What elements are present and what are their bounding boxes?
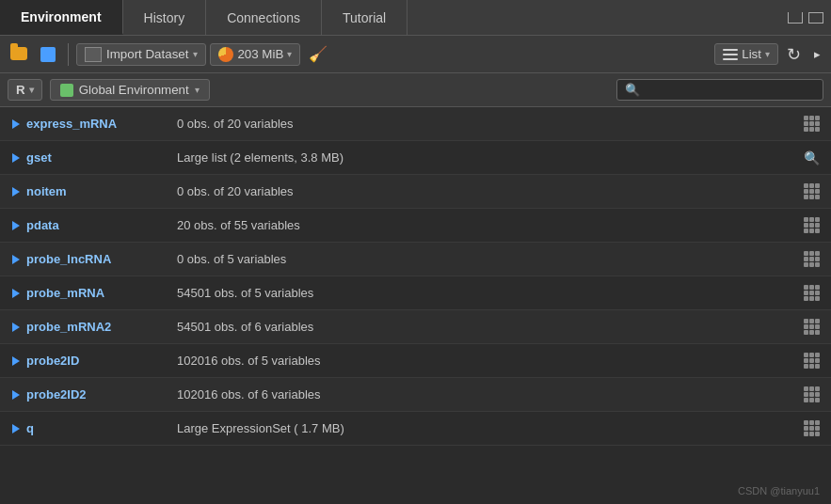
- global-env-button[interactable]: Global Environment ▾: [50, 79, 210, 101]
- var-action[interactable]: [797, 420, 825, 436]
- import-chevron-icon: ▾: [193, 49, 198, 59]
- env-chevron-icon: ▾: [195, 85, 200, 95]
- var-action[interactable]: [797, 251, 825, 267]
- search-icon: 🔍: [625, 83, 640, 97]
- broom-icon: 🧹: [309, 45, 328, 63]
- var-desc: 54501 obs. of 6 variables: [177, 320, 797, 334]
- table-row: gsetLarge list (2 elements, 3.8 MB)🔍: [0, 141, 831, 175]
- table-row: noitem0 obs. of 20 variables: [0, 175, 831, 209]
- window-controls: [780, 0, 831, 35]
- var-name: probe_mRNA2: [26, 320, 177, 334]
- expand-arrow-icon[interactable]: [12, 153, 20, 163]
- watermark: CSDN @tianyuu1: [738, 485, 820, 496]
- expand-col: [6, 153, 26, 163]
- table-row: probe2ID102016 obs. of 5 variables: [0, 344, 831, 378]
- expand-arrow-icon[interactable]: [12, 289, 20, 298]
- tab-tutorial[interactable]: Tutorial: [322, 0, 408, 35]
- var-name: probe_lncRNA: [26, 252, 177, 266]
- var-name: q: [26, 421, 177, 435]
- expand-arrow-icon[interactable]: [12, 119, 20, 129]
- expand-col: [6, 424, 26, 433]
- expand-col: [6, 356, 26, 366]
- list-view-button[interactable]: List ▾: [714, 43, 778, 65]
- tab-connections[interactable]: Connections: [206, 0, 322, 35]
- env-cube-icon: [60, 84, 73, 97]
- more-icon: ▸: [814, 47, 821, 61]
- grid-view-icon[interactable]: [804, 183, 820, 199]
- table-row: qLarge ExpressionSet ( 1.7 MB): [0, 412, 831, 446]
- tab-history[interactable]: History: [123, 0, 207, 35]
- expand-arrow-icon[interactable]: [12, 424, 20, 433]
- expand-col: [6, 187, 26, 197]
- var-action[interactable]: [797, 319, 825, 335]
- r-chevron-icon: ▾: [29, 85, 34, 95]
- memory-button[interactable]: 203 MiB ▾: [210, 43, 300, 66]
- expand-arrow-icon[interactable]: [12, 356, 20, 366]
- search-box[interactable]: 🔍: [616, 79, 823, 101]
- grid-view-icon[interactable]: [804, 386, 820, 402]
- var-action[interactable]: [797, 183, 825, 199]
- var-desc: 102016 obs. of 5 variables: [177, 354, 797, 368]
- var-name: noitem: [26, 184, 177, 198]
- var-name: probe2ID: [26, 354, 177, 368]
- more-button[interactable]: ▸: [809, 44, 825, 64]
- list-chevron-icon: ▾: [765, 49, 770, 59]
- expand-col: [6, 390, 26, 400]
- clear-button[interactable]: 🧹: [304, 42, 332, 66]
- var-desc: 54501 obs. of 5 variables: [177, 286, 797, 300]
- hamburger-icon: [723, 49, 738, 60]
- grid-view-icon[interactable]: [804, 285, 820, 301]
- refresh-icon: ↻: [787, 44, 801, 65]
- var-desc: Large list (2 elements, 3.8 MB): [177, 150, 797, 165]
- env-bar: R ▾ Global Environment ▾ 🔍: [0, 73, 831, 107]
- table-row: probe2ID2102016 obs. of 6 variables: [0, 378, 831, 412]
- tab-bar: Environment History Connections Tutorial: [0, 0, 831, 36]
- var-action[interactable]: [797, 386, 825, 402]
- expand-col: [6, 119, 26, 129]
- grid-view-icon[interactable]: [804, 116, 820, 132]
- var-name: gset: [26, 150, 177, 165]
- r-selector-button[interactable]: R ▾: [8, 79, 42, 101]
- var-name: express_mRNA: [26, 117, 177, 131]
- refresh-button[interactable]: ↻: [782, 41, 806, 68]
- folder-icon: [10, 47, 27, 60]
- var-name: probe2ID2: [26, 387, 177, 402]
- memory-pie-icon: [218, 47, 233, 62]
- expand-arrow-icon[interactable]: [12, 390, 20, 400]
- var-action[interactable]: [797, 285, 825, 301]
- var-action[interactable]: [797, 217, 825, 233]
- grid-view-icon[interactable]: [804, 251, 820, 267]
- grid-view-icon[interactable]: [804, 319, 820, 335]
- save-button[interactable]: [36, 44, 60, 65]
- search-input[interactable]: [644, 83, 815, 97]
- var-action[interactable]: [797, 353, 825, 369]
- table-row: probe_lncRNA0 obs. of 5 variables: [0, 243, 831, 276]
- open-folder-button[interactable]: [6, 44, 32, 64]
- minimize-button[interactable]: [788, 12, 803, 24]
- toolbar-separator: [68, 43, 69, 66]
- save-icon: [40, 47, 56, 62]
- memory-chevron-icon: ▾: [287, 49, 292, 59]
- var-desc: 0 obs. of 20 variables: [177, 184, 797, 198]
- expand-arrow-icon[interactable]: [12, 255, 20, 264]
- table-row: express_mRNA0 obs. of 20 variables: [0, 107, 831, 141]
- maximize-button[interactable]: [808, 12, 823, 24]
- import-dataset-button[interactable]: Import Dataset ▾: [76, 43, 206, 66]
- var-action[interactable]: [797, 116, 825, 132]
- grid-view-icon[interactable]: [804, 217, 820, 233]
- grid-view-icon[interactable]: [804, 420, 820, 436]
- import-icon: [85, 47, 102, 62]
- expand-arrow-icon[interactable]: [12, 323, 20, 332]
- grid-view-icon[interactable]: [804, 353, 820, 369]
- var-desc: 0 obs. of 20 variables: [177, 117, 797, 131]
- expand-arrow-icon[interactable]: [12, 221, 20, 230]
- var-action[interactable]: 🔍: [797, 150, 825, 165]
- var-desc: Large ExpressionSet ( 1.7 MB): [177, 421, 797, 435]
- var-desc: 0 obs. of 5 variables: [177, 252, 797, 266]
- search-action-icon[interactable]: 🔍: [804, 150, 820, 165]
- table-row: probe_mRNA254501 obs. of 6 variables: [0, 310, 831, 344]
- tab-environment[interactable]: Environment: [0, 0, 123, 35]
- table-row: pdata20 obs. of 55 variables: [0, 209, 831, 243]
- expand-arrow-icon[interactable]: [12, 187, 20, 197]
- var-name: probe_mRNA: [26, 286, 177, 300]
